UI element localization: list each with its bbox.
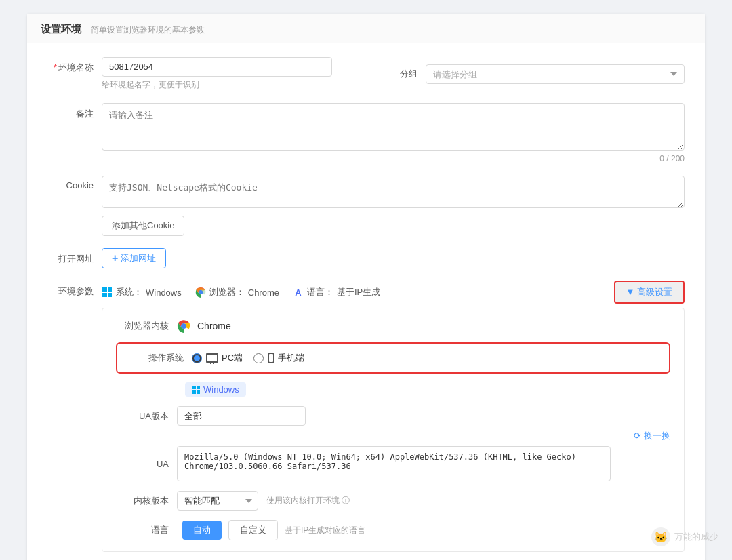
ua-version-content [177,406,670,426]
cookie-input[interactable] [102,176,685,208]
lang-auto-button[interactable]: 自动 [182,521,222,540]
required-mark: * [54,62,57,73]
lang-custom-button[interactable]: 自定义 [228,520,278,540]
kernel-hint: 使用该内核打开环境 ⓘ [266,495,350,506]
browser-circle-icon [195,287,206,298]
param-os-value: Windows [146,287,182,298]
phone-icon [268,353,274,363]
os-row: 操作系统 PC端 [131,352,655,364]
ua-version-row: UA版本 [116,406,670,426]
remark-label: 备注 [47,103,102,120]
watermark-icon: 🐱 [651,527,670,546]
svg-point-1 [199,290,203,294]
param-lang-prefix: 语言： [307,286,333,298]
kernel-row: 内核版本 智能匹配 使用该内核打开环境 ⓘ [116,491,670,511]
os-mobile-option[interactable]: 手机端 [253,352,304,364]
env-params-label: 环境参数 [47,281,102,298]
param-os: 系统： Windows [102,286,182,298]
ua-row: UA Mozilla/5.0 (Windows NT 10.0; Win64; … [116,446,670,481]
group-label: 分组 [400,68,418,80]
watermark: 🐱 万能的威少 [651,527,718,546]
lang-hint: 基于IP生成对应的语言 [285,525,365,536]
param-lang: A 语言： 基于IP生成 [293,286,380,298]
os-content: PC端 手机端 [192,352,655,364]
kernel-version-label: 内核版本 [116,495,177,507]
browser-engine-value: Chrome [197,321,231,332]
os-pc-option[interactable]: PC端 [192,352,243,364]
svg-point-3 [181,323,186,329]
kernel-select[interactable]: 智能匹配 [177,491,258,511]
name-hint: 给环境起名字，更便于识别 [102,79,386,91]
env-params-row: 环境参数 系统： Windows [47,281,685,552]
name-group-row: *环境名称 给环境起名字，更便于识别 分组 请选择分组 [47,57,685,91]
os-section: 操作系统 PC端 [116,342,670,374]
remark-input[interactable] [102,103,685,151]
windows-badge-area: Windows [185,380,670,397]
env-params-content: 系统： Windows [102,281,685,552]
os-pc-radio[interactable] [192,353,202,363]
windows-badge: Windows [185,382,246,397]
group-select[interactable]: 请选择分组 [426,64,685,84]
os-mobile-radio[interactable] [253,353,264,363]
param-lang-value: 基于IP生成 [337,286,380,298]
open-url-content: + 添加网址 [102,248,685,268]
chrome-logo-icon [177,319,190,333]
open-url-label: 打开网址 [47,248,102,265]
param-os-prefix: 系统： [116,286,142,298]
add-url-button[interactable]: + 添加网址 [102,248,166,268]
browser-engine-label: 浏览器内核 [116,320,177,332]
ua-version-label: UA版本 [116,410,177,422]
watermark-text: 万能的威少 [674,531,718,543]
advanced-settings-button[interactable]: ▼ 高级设置 [614,281,685,304]
os-label: 操作系统 [131,352,192,364]
advanced-section: 浏览器内核 Chrome [102,308,685,552]
lang-row: 语言 自动 自定义 基于IP生成对应的语言 [116,520,670,540]
windows-icon [102,287,113,298]
remark-count: 0 / 200 [102,154,685,163]
kernel-content: 智能匹配 使用该内核打开环境 ⓘ [177,491,670,511]
form-body: *环境名称 给环境起名字，更便于识别 分组 请选择分组 [27,43,705,560]
param-browser: 浏览器： Chrome [195,286,279,298]
remark-row: 备注 0 / 200 [47,103,685,163]
os-radio-group: PC端 手机端 [192,352,304,364]
ua-label: UA [116,459,177,469]
ua-version-input[interactable] [177,406,306,426]
ua-content: Mozilla/5.0 (Windows NT 10.0; Win64; x64… [177,446,670,481]
switch-area: ⟳ 换一换 [116,430,670,442]
add-url-label: 添加网址 [121,252,156,264]
browser-engine-content: Chrome [177,319,670,333]
cookie-label: Cookie [47,176,102,191]
switch-button[interactable]: ⟳ 换一换 [116,430,670,442]
page-title: 设置环境 [41,23,81,35]
page-header: 设置环境 简单设置浏览器环境的基本参数 [27,14,705,43]
lang-label: 语言 [116,524,177,536]
cookie-row: Cookie 添加其他Cookie [47,176,685,236]
os-pc-label: PC端 [206,352,243,364]
plus-icon: + [112,253,118,264]
name-label: *环境名称 [47,57,102,74]
page-subtitle: 简单设置浏览器环境的基本参数 [91,25,205,35]
param-browser-prefix: 浏览器： [209,286,245,298]
cookie-content: 添加其他Cookie [102,176,685,236]
env-name-input[interactable] [102,57,332,77]
add-cookie-button[interactable]: 添加其他Cookie [102,216,184,236]
ua-input[interactable]: Mozilla/5.0 (Windows NT 10.0; Win64; x64… [177,446,611,481]
open-url-row: 打开网址 + 添加网址 [47,248,685,268]
remark-content: 0 / 200 [102,103,685,163]
param-browser-value: Chrome [248,287,279,298]
os-mobile-label: 手机端 [268,352,304,364]
lang-content: 自动 自定义 基于IP生成对应的语言 [182,520,670,540]
lang-icon: A [293,287,304,298]
name-content: 给环境起名字，更便于识别 分组 请选择分组 [102,57,685,91]
browser-engine-row: 浏览器内核 Chrome [116,319,670,333]
monitor-icon [206,353,218,363]
